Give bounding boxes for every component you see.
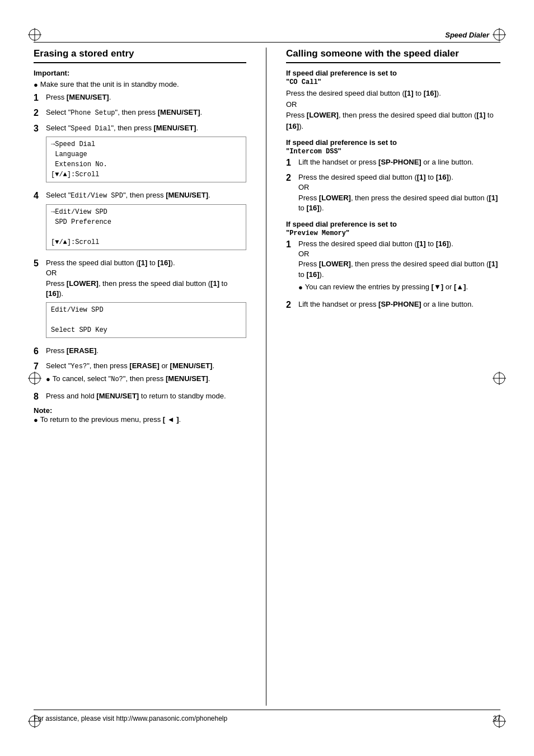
right-section-title: Calling someone with the speed dialer <box>286 48 500 63</box>
main-content: Erasing a stored entry Important: ● Make… <box>34 48 500 706</box>
important-bullet-1: ● Make sure that the unit is in standby … <box>34 79 246 90</box>
step-6: 6 Press [ERASE]. <box>34 346 246 356</box>
footer-page-number: 37 <box>493 715 500 722</box>
left-column: Erasing a stored entry Important: ● Make… <box>34 48 246 706</box>
preview-step-2: 2 Lift the handset or press [SP-PHONE] o… <box>286 299 500 310</box>
step-8: 8 Press and hold [MENU/SET] to return to… <box>34 391 246 402</box>
subsection-co-call: If speed dial preference is set to "CO C… <box>286 69 500 132</box>
header-rule <box>34 42 500 43</box>
subsection-intercom-dss: If speed dial preference is set to "Inte… <box>286 138 500 213</box>
note-label: Note: <box>34 406 246 415</box>
step-4: 4 Select "Edit/View SPD", then press [ME… <box>34 190 246 253</box>
step-1: 1 Press [MENU/SET]. <box>34 92 246 103</box>
preview-step-1-bullet: ● You can review the entries by pressing… <box>298 282 500 293</box>
subsec-heading-intercom-dss: If speed dial preference is set to "Inte… <box>286 138 500 156</box>
bullet-icon: ● <box>46 374 50 384</box>
note-section: Note: ● To return to the previous menu, … <box>34 406 246 425</box>
step-2: 2 Select "Phone Setup", then press [MENU… <box>34 107 246 118</box>
left-section-title: Erasing a stored entry <box>34 48 246 63</box>
preview-step-1: 1 Press the desired speed dial button ([… <box>286 239 500 295</box>
reg-mark-tl <box>27 27 43 43</box>
subsec-heading-co-call: If speed dial preference is set to "CO C… <box>286 69 500 86</box>
reg-mark-tr <box>491 27 507 43</box>
important-label: Important: <box>34 69 246 77</box>
bullet-icon: ● <box>34 80 38 90</box>
footer-assist-text: For assistance, please visit http://www.… <box>34 715 227 722</box>
step-7: 7 Select "Yes?", then press [ERASE] or [… <box>34 361 246 387</box>
step-5: 5 Press the speed dial button ([1] to [1… <box>34 258 246 341</box>
page: Speed Dialer Erasing a stored entry Impo… <box>0 0 534 756</box>
column-divider <box>266 48 266 706</box>
subsection-preview-memory: If speed dial preference is set to "Prev… <box>286 220 500 310</box>
note-bullet-1: ● To return to the previous menu, press … <box>34 415 246 425</box>
page-header-title: Speed Dialer <box>445 31 489 39</box>
right-column: Calling someone with the speed dialer If… <box>286 48 500 706</box>
menu-box-3: →Speed Dial Language Extension No. [▼/▲]… <box>46 137 246 182</box>
intercom-step-1: 1 Lift the handset or press [SP-PHONE] o… <box>286 157 500 168</box>
menu-box-5: Edit/View SPD Select SPD Key <box>46 302 246 338</box>
menu-box-4: →Edit/View SPD SPD Preference [▼/▲]:Scro… <box>46 204 246 250</box>
intercom-step-2: 2 Press the desired speed dial button ([… <box>286 172 500 213</box>
step-7-bullet: ● To cancel, select "No?", then press [M… <box>46 374 246 384</box>
step-3: 3 Select "Speed Dial", then press [MENU/… <box>34 123 246 186</box>
co-call-text: Press the desired speed dial button ([1]… <box>286 88 500 132</box>
page-footer: For assistance, please visit http://www.… <box>34 710 500 722</box>
bullet-icon: ● <box>298 283 303 293</box>
bullet-icon: ● <box>34 415 38 425</box>
subsec-heading-preview-memory: If speed dial preference is set to "Prev… <box>286 220 500 237</box>
